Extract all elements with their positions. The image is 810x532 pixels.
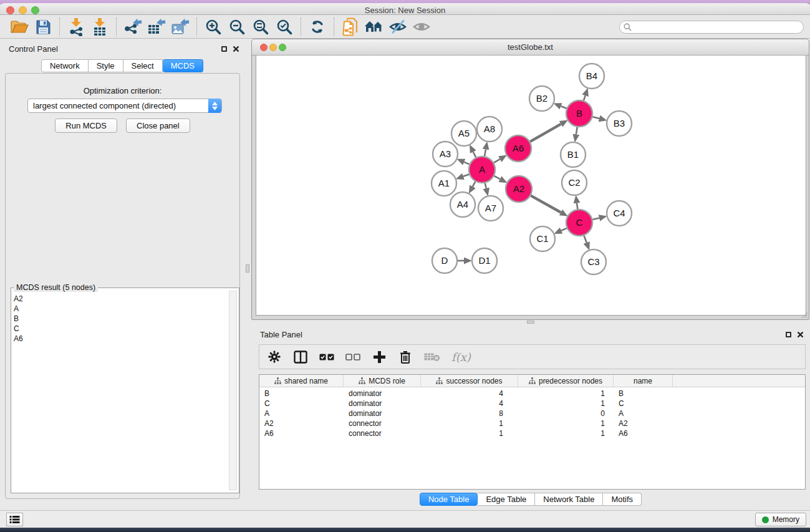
import-network-button[interactable] — [64, 17, 88, 37]
cell-predecessor_nodes: 1 — [518, 389, 614, 398]
import-table-button[interactable] — [88, 17, 112, 37]
apply-layout-button[interactable] — [306, 17, 329, 37]
main-titlebar: Session: New Session — [0, 3, 810, 15]
graph-edge-B-B1[interactable] — [576, 127, 577, 135]
show-panels-button[interactable] — [6, 513, 23, 526]
graph-edge-C-C1[interactable] — [561, 228, 567, 231]
add-column-button[interactable] — [372, 348, 387, 365]
graph-edge-B-B3[interactable] — [592, 117, 599, 118]
table-row[interactable]: Bdominator41B — [259, 389, 805, 399]
graph-edge-A-A7[interactable] — [485, 183, 486, 188]
graph-edge-A2-C[interactable] — [531, 196, 561, 213]
cell-successor_nodes: 8 — [421, 409, 518, 418]
delete-table-button[interactable] — [424, 348, 440, 365]
mcds-result-item[interactable]: A — [14, 304, 23, 314]
close-panel-icon[interactable] — [233, 46, 239, 52]
export-image-button[interactable] — [168, 17, 192, 37]
column-header-successor-nodes[interactable]: successor nodes — [421, 375, 518, 387]
export-network-button[interactable] — [121, 17, 145, 37]
deselect-all-rows-button[interactable] — [345, 348, 360, 365]
zoom-fit-button[interactable] — [249, 17, 272, 37]
float-panel-icon[interactable] — [786, 332, 791, 337]
cell-predecessor_nodes: 1 — [518, 429, 614, 438]
eye-icon — [413, 20, 430, 34]
export-table-button[interactable] — [145, 17, 168, 37]
table-row[interactable]: A2connector11A2 — [259, 418, 805, 428]
zoom-out-button[interactable] — [225, 17, 249, 37]
graph-edge-A-A4[interactable] — [473, 181, 475, 186]
mcds-result-item[interactable]: B — [14, 314, 23, 324]
cell-mcds_role: connector — [344, 419, 421, 428]
run-mcds-button[interactable]: Run MCDS — [55, 118, 117, 133]
tab-network-table[interactable]: Network Table — [535, 493, 603, 506]
table-settings-button[interactable] — [267, 348, 282, 365]
table-row[interactable]: A6connector11A6 — [259, 428, 805, 438]
close-panel-button[interactable]: Close panel — [126, 118, 190, 133]
zoom-selected-button[interactable] — [272, 17, 296, 37]
cell-shared_name: A6 — [259, 429, 344, 438]
graph-edge-A-A3[interactable] — [464, 162, 469, 165]
memory-button[interactable]: Memory — [755, 513, 806, 526]
network-view-window: testGlobe.txt AA1A2A3A4A5A6A7A8BB1B2B3B4… — [251, 39, 809, 320]
open-file-button[interactable] — [7, 17, 31, 37]
column-layout-button[interactable] — [293, 348, 308, 365]
new-network-from-selection-button[interactable] — [339, 17, 362, 37]
optimization-criterion-select[interactable]: largest connected component (directed) — [27, 99, 222, 113]
network-canvas[interactable]: AA1A2A3A4A5A6A7A8BB1B2B3B4CC1C2C3C4DD1 — [256, 56, 806, 316]
tab-style[interactable]: Style — [89, 59, 123, 72]
graph-edge-C-C4[interactable] — [592, 218, 599, 220]
column-header-predecessor-nodes[interactable]: predecessor nodes — [518, 375, 614, 387]
mcds-result-item[interactable]: A2 — [14, 294, 23, 304]
graph-edge-C-C3[interactable] — [584, 236, 587, 243]
mcds-result-item[interactable]: C — [14, 324, 23, 334]
graph-edge-B-B2[interactable] — [561, 106, 567, 109]
graph-edge-A-A8[interactable] — [485, 150, 486, 157]
network-window-titlebar[interactable]: testGlobe.txt — [252, 39, 809, 56]
graph-edge-A-A1[interactable] — [463, 175, 469, 177]
cybrowser-button[interactable] — [362, 17, 386, 37]
show-all-button[interactable] — [410, 17, 433, 37]
column-header-shared-name[interactable]: shared name — [259, 375, 344, 387]
graph-edge-A-A6[interactable] — [494, 159, 500, 163]
control-panel-title: Control Panel — [9, 44, 58, 54]
zoom-in-button[interactable] — [201, 17, 225, 37]
select-all-rows-button[interactable] — [319, 348, 334, 365]
tab-edge-table[interactable]: Edge Table — [478, 493, 535, 506]
toolbar-separator — [116, 17, 117, 36]
save-session-button[interactable] — [31, 17, 55, 37]
column-header-MCDS-role[interactable]: MCDS role — [344, 375, 421, 387]
optimization-criterion-value: largest connected component (directed) — [33, 101, 176, 110]
table-row[interactable]: Adominator80A — [259, 409, 805, 418]
search-input[interactable] — [619, 21, 804, 34]
network-graph[interactable]: AA1A2A3A4A5A6A7A8BB1B2B3B4CC1C2C3C4DD1 — [256, 56, 806, 314]
tab-select[interactable]: Select — [123, 59, 163, 72]
tab-motifs[interactable]: Motifs — [603, 493, 642, 506]
table-splitter-handle[interactable] — [527, 321, 534, 324]
cell-name: C — [614, 399, 673, 408]
hide-selected-button[interactable] — [386, 17, 410, 37]
cell-mcds_role: connector — [344, 429, 421, 438]
panel-splitter[interactable] — [244, 39, 251, 510]
optimization-criterion-label: Optimization criterion: — [6, 86, 239, 95]
graph-edge-B-B4[interactable] — [584, 95, 586, 100]
graph-node-label-A3: A3 — [440, 148, 451, 159]
column-type-icon — [436, 377, 443, 384]
float-panel-icon[interactable] — [221, 46, 227, 52]
tab-node-table[interactable]: Node Table — [420, 493, 478, 506]
function-builder-button[interactable]: f(x) — [451, 348, 471, 365]
mcds-result-scrollbar[interactable] — [229, 291, 237, 490]
splitter-handle[interactable] — [246, 264, 249, 273]
mcds-result-item[interactable]: A6 — [14, 334, 23, 344]
column-header-name[interactable]: name — [614, 375, 673, 387]
mcds-result-list[interactable]: A2ABCA6 — [14, 294, 23, 344]
tab-network[interactable]: Network — [41, 59, 89, 72]
delete-column-button[interactable] — [398, 348, 413, 365]
graph-edge-A-A2[interactable] — [494, 176, 500, 179]
window-resize-grip[interactable] — [800, 311, 808, 319]
graph-edge-A6-B[interactable] — [530, 124, 561, 142]
close-panel-icon[interactable] — [797, 331, 804, 338]
tab-mcds[interactable]: MCDS — [163, 59, 203, 72]
table-row[interactable]: Cdominator41C — [259, 399, 805, 409]
graph-edge-C-C2[interactable] — [577, 203, 577, 210]
graph-edge-A-A5[interactable] — [473, 152, 476, 158]
